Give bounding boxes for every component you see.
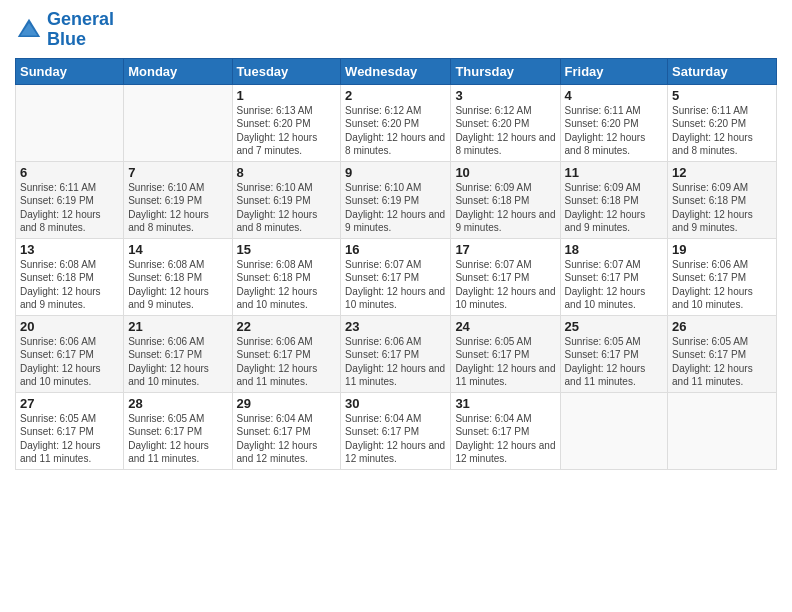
day-number: 28 — [128, 396, 227, 411]
calendar-day-cell: 30Sunrise: 6:04 AMSunset: 6:17 PMDayligh… — [341, 392, 451, 469]
calendar-day-cell: 4Sunrise: 6:11 AMSunset: 6:20 PMDaylight… — [560, 84, 668, 161]
calendar-day-cell: 14Sunrise: 6:08 AMSunset: 6:18 PMDayligh… — [124, 238, 232, 315]
calendar-day-cell: 15Sunrise: 6:08 AMSunset: 6:18 PMDayligh… — [232, 238, 341, 315]
calendar-day-cell: 20Sunrise: 6:06 AMSunset: 6:17 PMDayligh… — [16, 315, 124, 392]
calendar-day-cell — [668, 392, 777, 469]
logo-text: GeneralBlue — [47, 10, 114, 50]
calendar-day-cell: 17Sunrise: 6:07 AMSunset: 6:17 PMDayligh… — [451, 238, 560, 315]
calendar-day-cell: 27Sunrise: 6:05 AMSunset: 6:17 PMDayligh… — [16, 392, 124, 469]
calendar-week-row: 1Sunrise: 6:13 AMSunset: 6:20 PMDaylight… — [16, 84, 777, 161]
page: GeneralBlue SundayMondayTuesdayWednesday… — [0, 0, 792, 612]
day-number: 15 — [237, 242, 337, 257]
calendar-day-cell: 3Sunrise: 6:12 AMSunset: 6:20 PMDaylight… — [451, 84, 560, 161]
day-info: Sunrise: 6:10 AMSunset: 6:19 PMDaylight:… — [128, 181, 227, 235]
day-info: Sunrise: 6:10 AMSunset: 6:19 PMDaylight:… — [237, 181, 337, 235]
calendar-day-cell: 5Sunrise: 6:11 AMSunset: 6:20 PMDaylight… — [668, 84, 777, 161]
calendar-day-cell: 7Sunrise: 6:10 AMSunset: 6:19 PMDaylight… — [124, 161, 232, 238]
day-number: 3 — [455, 88, 555, 103]
day-number: 27 — [20, 396, 119, 411]
day-info: Sunrise: 6:12 AMSunset: 6:20 PMDaylight:… — [345, 104, 446, 158]
day-of-week-header: Saturday — [668, 58, 777, 84]
calendar-day-cell: 16Sunrise: 6:07 AMSunset: 6:17 PMDayligh… — [341, 238, 451, 315]
day-number: 11 — [565, 165, 664, 180]
day-number: 6 — [20, 165, 119, 180]
day-of-week-header: Wednesday — [341, 58, 451, 84]
day-number: 23 — [345, 319, 446, 334]
calendar-day-cell: 2Sunrise: 6:12 AMSunset: 6:20 PMDaylight… — [341, 84, 451, 161]
day-info: Sunrise: 6:06 AMSunset: 6:17 PMDaylight:… — [20, 335, 119, 389]
day-info: Sunrise: 6:08 AMSunset: 6:18 PMDaylight:… — [20, 258, 119, 312]
calendar-day-cell: 1Sunrise: 6:13 AMSunset: 6:20 PMDaylight… — [232, 84, 341, 161]
day-of-week-header: Tuesday — [232, 58, 341, 84]
calendar-day-cell: 6Sunrise: 6:11 AMSunset: 6:19 PMDaylight… — [16, 161, 124, 238]
day-info: Sunrise: 6:12 AMSunset: 6:20 PMDaylight:… — [455, 104, 555, 158]
day-number: 1 — [237, 88, 337, 103]
calendar-day-cell: 29Sunrise: 6:04 AMSunset: 6:17 PMDayligh… — [232, 392, 341, 469]
calendar-day-cell — [560, 392, 668, 469]
calendar-day-cell: 19Sunrise: 6:06 AMSunset: 6:17 PMDayligh… — [668, 238, 777, 315]
day-number: 16 — [345, 242, 446, 257]
day-info: Sunrise: 6:05 AMSunset: 6:17 PMDaylight:… — [565, 335, 664, 389]
day-number: 5 — [672, 88, 772, 103]
day-of-week-header: Thursday — [451, 58, 560, 84]
day-number: 4 — [565, 88, 664, 103]
header: GeneralBlue — [15, 10, 777, 50]
day-info: Sunrise: 6:04 AMSunset: 6:17 PMDaylight:… — [237, 412, 337, 466]
day-info: Sunrise: 6:05 AMSunset: 6:17 PMDaylight:… — [128, 412, 227, 466]
day-number: 24 — [455, 319, 555, 334]
calendar-day-cell: 11Sunrise: 6:09 AMSunset: 6:18 PMDayligh… — [560, 161, 668, 238]
day-info: Sunrise: 6:05 AMSunset: 6:17 PMDaylight:… — [20, 412, 119, 466]
calendar-week-row: 13Sunrise: 6:08 AMSunset: 6:18 PMDayligh… — [16, 238, 777, 315]
logo: GeneralBlue — [15, 10, 114, 50]
day-number: 29 — [237, 396, 337, 411]
day-info: Sunrise: 6:11 AMSunset: 6:20 PMDaylight:… — [565, 104, 664, 158]
calendar-day-cell: 28Sunrise: 6:05 AMSunset: 6:17 PMDayligh… — [124, 392, 232, 469]
day-of-week-header: Friday — [560, 58, 668, 84]
day-number: 13 — [20, 242, 119, 257]
day-number: 12 — [672, 165, 772, 180]
day-number: 9 — [345, 165, 446, 180]
calendar-week-row: 20Sunrise: 6:06 AMSunset: 6:17 PMDayligh… — [16, 315, 777, 392]
calendar-day-cell: 12Sunrise: 6:09 AMSunset: 6:18 PMDayligh… — [668, 161, 777, 238]
calendar-day-cell: 26Sunrise: 6:05 AMSunset: 6:17 PMDayligh… — [668, 315, 777, 392]
day-info: Sunrise: 6:06 AMSunset: 6:17 PMDaylight:… — [128, 335, 227, 389]
day-info: Sunrise: 6:07 AMSunset: 6:17 PMDaylight:… — [565, 258, 664, 312]
day-number: 30 — [345, 396, 446, 411]
day-info: Sunrise: 6:07 AMSunset: 6:17 PMDaylight:… — [345, 258, 446, 312]
day-number: 26 — [672, 319, 772, 334]
day-info: Sunrise: 6:05 AMSunset: 6:17 PMDaylight:… — [455, 335, 555, 389]
day-of-week-header: Sunday — [16, 58, 124, 84]
day-info: Sunrise: 6:05 AMSunset: 6:17 PMDaylight:… — [672, 335, 772, 389]
day-number: 14 — [128, 242, 227, 257]
day-number: 20 — [20, 319, 119, 334]
logo-icon — [15, 16, 43, 44]
day-info: Sunrise: 6:10 AMSunset: 6:19 PMDaylight:… — [345, 181, 446, 235]
day-number: 17 — [455, 242, 555, 257]
calendar-table: SundayMondayTuesdayWednesdayThursdayFrid… — [15, 58, 777, 470]
day-info: Sunrise: 6:09 AMSunset: 6:18 PMDaylight:… — [455, 181, 555, 235]
day-info: Sunrise: 6:08 AMSunset: 6:18 PMDaylight:… — [237, 258, 337, 312]
day-number: 7 — [128, 165, 227, 180]
calendar-day-cell: 31Sunrise: 6:04 AMSunset: 6:17 PMDayligh… — [451, 392, 560, 469]
day-number: 22 — [237, 319, 337, 334]
day-info: Sunrise: 6:09 AMSunset: 6:18 PMDaylight:… — [565, 181, 664, 235]
calendar-week-row: 27Sunrise: 6:05 AMSunset: 6:17 PMDayligh… — [16, 392, 777, 469]
day-number: 8 — [237, 165, 337, 180]
day-info: Sunrise: 6:06 AMSunset: 6:17 PMDaylight:… — [345, 335, 446, 389]
calendar-day-cell — [16, 84, 124, 161]
calendar-week-row: 6Sunrise: 6:11 AMSunset: 6:19 PMDaylight… — [16, 161, 777, 238]
day-number: 19 — [672, 242, 772, 257]
calendar-day-cell: 13Sunrise: 6:08 AMSunset: 6:18 PMDayligh… — [16, 238, 124, 315]
calendar-day-cell: 18Sunrise: 6:07 AMSunset: 6:17 PMDayligh… — [560, 238, 668, 315]
calendar-day-cell: 8Sunrise: 6:10 AMSunset: 6:19 PMDaylight… — [232, 161, 341, 238]
day-number: 2 — [345, 88, 446, 103]
day-info: Sunrise: 6:13 AMSunset: 6:20 PMDaylight:… — [237, 104, 337, 158]
day-of-week-header: Monday — [124, 58, 232, 84]
day-info: Sunrise: 6:08 AMSunset: 6:18 PMDaylight:… — [128, 258, 227, 312]
day-number: 21 — [128, 319, 227, 334]
day-info: Sunrise: 6:11 AMSunset: 6:20 PMDaylight:… — [672, 104, 772, 158]
day-info: Sunrise: 6:07 AMSunset: 6:17 PMDaylight:… — [455, 258, 555, 312]
calendar-day-cell: 24Sunrise: 6:05 AMSunset: 6:17 PMDayligh… — [451, 315, 560, 392]
day-info: Sunrise: 6:09 AMSunset: 6:18 PMDaylight:… — [672, 181, 772, 235]
day-info: Sunrise: 6:04 AMSunset: 6:17 PMDaylight:… — [455, 412, 555, 466]
